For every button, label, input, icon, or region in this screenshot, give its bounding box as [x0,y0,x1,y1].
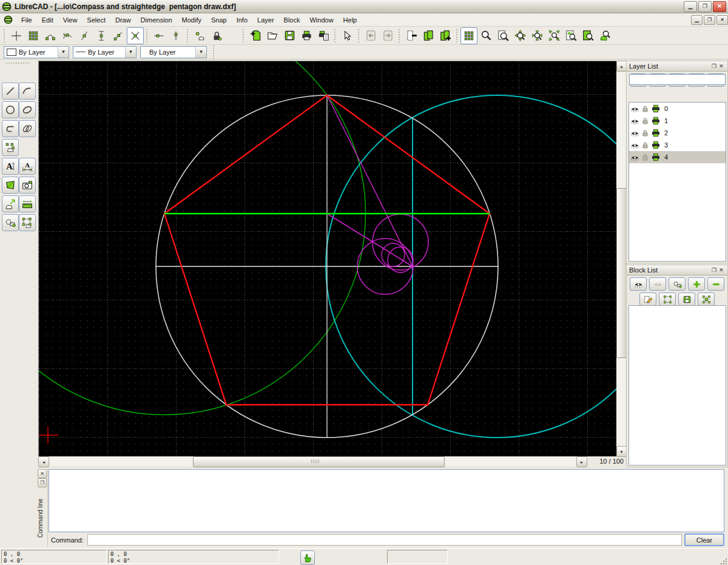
block-tool-button[interactable] [2,214,19,231]
float-panel-icon[interactable]: ❐ [38,478,47,487]
layer-name[interactable]: 4 [664,154,668,161]
layer-print-icon[interactable] [651,128,661,138]
snap-center-button[interactable] [76,27,93,44]
layer-row-0[interactable]: 0 [629,103,726,115]
zoom-decrease-button[interactable] [528,27,545,44]
lock-relative-zero-button[interactable] [208,27,225,44]
command-dock-handle[interactable]: ✕ ❐ Command line [36,468,48,547]
layer-row-3[interactable]: 3 [629,139,726,151]
layer-list-titlebar[interactable]: Layer List ❐ ✕ [627,61,727,72]
color-combobox[interactable]: By Layer ▼ [4,46,69,58]
drawing-canvas[interactable] [38,61,616,456]
layer-visible-icon[interactable] [630,117,639,126]
menu-block[interactable]: Block [279,15,305,25]
restrict-vertical-button[interactable] [167,27,184,44]
select-block-button[interactable] [698,293,715,306]
menu-info[interactable]: Info [232,15,252,25]
hatch-tool-button[interactable] [2,177,19,194]
zoom-pan-button[interactable] [596,27,613,44]
layer-name[interactable]: 3 [664,141,668,149]
menu-dimension[interactable]: Dimension [136,15,177,25]
spline-tool-button[interactable] [19,120,36,137]
arc-tool-button[interactable] [19,83,36,100]
points-tool-button[interactable] [2,139,19,156]
insert-block-button[interactable] [659,293,676,306]
toolbar-grip[interactable] [212,46,215,59]
block-list-titlebar[interactable]: Block List ❐ ✕ [627,265,727,276]
add-block-button[interactable] [688,277,705,291]
zoom-window-button[interactable] [579,27,596,44]
layer-lock-icon[interactable] [641,141,649,149]
close-drawing-button[interactable] [403,27,420,44]
save-drawing-button[interactable] [281,27,298,44]
edit-block-tool-button[interactable] [19,214,36,231]
layer-name[interactable]: 2 [664,129,668,137]
create-block-button[interactable] [669,277,686,291]
palette-grip[interactable] [6,63,30,65]
zoom-increase-button[interactable] [511,27,528,44]
close-button[interactable]: ✕ [713,1,726,12]
close-panel-icon[interactable]: ✕ [718,267,725,273]
selection-pointer-button[interactable] [339,27,356,44]
snap-grid-button[interactable] [25,27,42,44]
close-panel-icon[interactable]: ✕ [718,63,725,69]
menu-snap[interactable]: Snap [206,15,232,25]
print-button[interactable] [298,27,315,44]
layer-lock-icon[interactable] [641,117,649,125]
polyline-tool-button[interactable] [2,120,19,137]
text-tool-button[interactable] [2,158,19,175]
remove-block-button[interactable] [707,277,724,291]
menu-help[interactable]: Help [339,15,362,25]
dimension-tool-button[interactable] [19,158,36,175]
vertical-scroll-thumb[interactable] [616,188,627,358]
chevron-down-icon[interactable]: ▼ [195,47,206,58]
layer-name[interactable]: 1 [664,117,668,124]
clear-button[interactable]: Clear [684,533,724,546]
image-tool-button[interactable] [19,177,36,194]
command-input[interactable] [87,534,682,546]
layer-lock-icon[interactable] [641,105,649,113]
snap-endpoints-button[interactable] [42,27,59,44]
save-block-button[interactable] [678,293,695,306]
layer-row-4-selected[interactable]: 4 [629,151,726,163]
menu-window[interactable]: Window [305,15,338,25]
float-panel-icon[interactable]: ❐ [710,63,718,69]
scroll-down-button[interactable]: ▼ [616,446,627,457]
hide-all-blocks-button[interactable] [649,277,666,291]
snap-on-entity-button[interactable] [59,27,76,44]
mdi-restore-button[interactable]: ❐ [704,15,715,25]
snap-middle-button[interactable] [93,27,110,44]
menu-file[interactable]: File [16,15,37,25]
ellipse-tool-button[interactable] [19,101,36,118]
menu-edit[interactable]: Edit [37,15,58,25]
block-list[interactable] [629,305,726,465]
close-panel-icon[interactable]: ✕ [38,469,47,478]
layer-lock-icon[interactable] [641,154,649,161]
layer-print-icon[interactable] [651,116,661,126]
layer-name[interactable]: 0 [664,105,668,112]
mdi-close-button[interactable]: ✕ [716,15,728,25]
chevron-down-icon[interactable]: ▼ [58,47,69,58]
zoom-in-button[interactable] [477,27,494,44]
undo-button[interactable] [362,27,379,44]
set-relative-zero-button[interactable] [191,27,208,44]
redo-button[interactable] [379,27,396,44]
menu-layer[interactable]: Layer [252,15,279,25]
toolbar-grip[interactable] [3,29,6,42]
measure-tool-button[interactable] [19,195,36,212]
layer-visible-icon[interactable] [630,129,639,138]
show-all-blocks-button[interactable] [630,277,647,291]
window-list-button[interactable] [420,27,437,44]
circle-tool-button[interactable] [2,101,19,118]
previous-view-button[interactable] [562,27,579,44]
menu-modify[interactable]: Modify [177,15,206,25]
scroll-up-button[interactable]: ▲ [616,61,627,72]
print-preview-button[interactable] [315,27,332,44]
layer-print-icon[interactable] [651,152,661,162]
select-tool-button[interactable] [2,195,19,212]
layer-visible-icon[interactable] [630,104,639,113]
resize-grip[interactable] [720,558,727,565]
grid-toggle-button[interactable] [460,27,477,44]
zoom-page-button[interactable] [494,27,511,44]
linetype-combobox[interactable]: By Layer ▼ [73,46,136,58]
